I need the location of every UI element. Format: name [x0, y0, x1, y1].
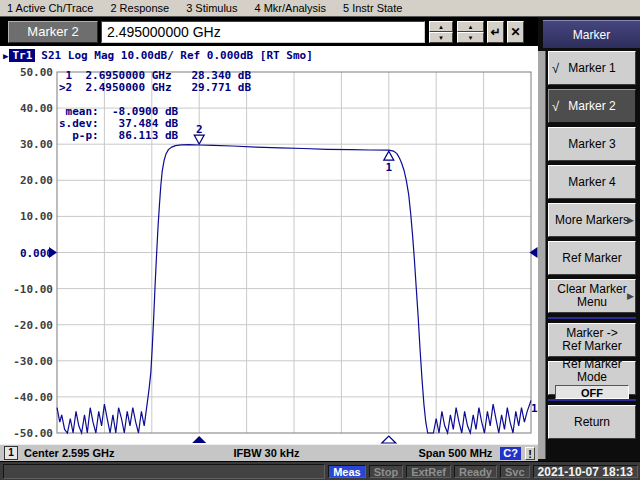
fine-step-spinner[interactable]: ▴ ▾	[429, 21, 453, 43]
softkey-marker-1[interactable]: √Marker 1	[548, 51, 636, 85]
y-axis-label: -30.00	[13, 355, 53, 368]
softkey-return[interactable]: Return	[548, 405, 636, 439]
softkey-ref-marker[interactable]: Ref Marker	[548, 241, 636, 275]
softkey-state-value: OFF	[555, 385, 629, 399]
marker-1-stimulus-indicator[interactable]	[382, 436, 396, 443]
center-frequency-readout: Center 2.595 GHz	[24, 447, 114, 459]
y-axis-label: 0.000	[20, 247, 53, 260]
close-entry-button[interactable]: ✕	[507, 21, 524, 43]
marker-2-stimulus-indicator[interactable]	[192, 436, 206, 443]
spinner-down-icon[interactable]: ▾	[457, 32, 484, 43]
y-axis-label: -10.00	[13, 283, 53, 296]
softkey-separator	[548, 317, 636, 319]
vna-screen: { "menu": {"items": ["1 Active Ch/Trace"…	[0, 0, 640, 480]
softkey-marker-2[interactable]: √Marker 2	[548, 89, 636, 123]
active-trace-arrow-icon: ▶	[3, 51, 8, 61]
y-axis-label: 30.00	[20, 138, 53, 151]
softkey-marker-ref-marker[interactable]: Marker -> Ref Marker	[548, 323, 636, 357]
softkey-clear-marker-menu[interactable]: Clear Marker Menu▶	[548, 279, 636, 313]
y-axis-label: 10.00	[20, 210, 53, 223]
correction-status-badge: C?	[500, 447, 521, 460]
softkey-label: Marker 1	[568, 62, 615, 75]
softkey-marker-3[interactable]: Marker 3	[548, 127, 636, 161]
softkey-sidebar: Marker √Marker 1√Marker 2Marker 3Marker …	[538, 17, 640, 461]
screen-edge-strip	[538, 51, 546, 459]
softkey-label: Clear Marker Menu	[557, 283, 626, 309]
alert-indicator[interactable]: !	[525, 447, 535, 460]
softkey-label: Ref Marker	[562, 252, 621, 265]
y-axis-label: -50.00	[13, 427, 53, 440]
status-seg-extref: ExtRef	[406, 465, 451, 478]
status-message-area	[3, 464, 325, 479]
menu-mkr-analysis[interactable]: 4 Mkr/Analysis	[254, 2, 326, 14]
status-indicators: MeasStopExtRefReadySvc	[328, 465, 532, 478]
softkey-list: √Marker 1√Marker 2Marker 3Marker 4More M…	[548, 51, 636, 443]
softkey-label: Marker -> Ref Marker	[562, 327, 621, 353]
menu-instr-state[interactable]: 5 Instr State	[343, 2, 402, 14]
softkey-label: More Markers	[555, 214, 629, 227]
marker-1-number: 1	[385, 161, 392, 174]
softkey-marker-4[interactable]: Marker 4	[548, 165, 636, 199]
softkey-label: Marker 4	[568, 176, 615, 189]
entry-field-label: Marker 2	[8, 21, 98, 43]
channel-number-badge: 1	[4, 446, 18, 460]
marker-entry-toolbar: Marker 2 2.495000000 GHz ▴ ▾ ▴ ▾ ↵ ✕	[0, 17, 538, 46]
softkey-label: Ref Marker Mode	[549, 358, 635, 384]
trace-end-label: 1	[531, 402, 538, 415]
softkey-label: Marker 3	[568, 138, 615, 151]
trace-format-info: S21 Log Mag 10.00dB/ Ref 0.000dB [RT Smo…	[41, 49, 313, 62]
softkey-more-markers[interactable]: More Markers▶	[548, 203, 636, 237]
menu-active-ch-trace[interactable]: 1 Active Ch/Trace	[7, 2, 93, 14]
status-seg-svc: Svc	[500, 465, 530, 478]
y-axis-label: -40.00	[13, 391, 53, 404]
check-icon: √	[552, 61, 559, 76]
ifbw-readout: IFBW 30 kHz	[233, 447, 299, 459]
y-axis-label: 50.00	[20, 66, 53, 79]
spinner-down-icon[interactable]: ▾	[429, 32, 453, 43]
submenu-arrow-icon: ▶	[627, 215, 634, 225]
enter-button[interactable]: ↵	[487, 21, 504, 43]
menu-bar: 1 Active Ch/Trace 2 Response 3 Stimulus …	[0, 0, 640, 17]
y-axis-label: 20.00	[20, 174, 53, 187]
y-axis-label: 40.00	[20, 102, 53, 115]
softkey-menu-title: Marker	[543, 20, 640, 48]
softkey-label: Marker 2	[568, 100, 615, 113]
spinner-up-icon[interactable]: ▴	[457, 21, 484, 32]
menu-response[interactable]: 2 Response	[110, 2, 169, 14]
measurement-display: 50.0040.0030.0020.0010.000.000-10.00-20.…	[0, 46, 538, 444]
status-seg-stop: Stop	[369, 465, 403, 478]
stimulus-bar: 1 Center 2.595 GHz IFBW 30 kHz Span 500 …	[0, 444, 538, 461]
status-bar: MeasStopExtRefReadySvc 2021-10-07 18:13	[0, 461, 640, 480]
status-clock: 2021-10-07 18:13	[533, 465, 638, 478]
marker-readout-table: 1 2.6950000 GHz 28.340 dB >2 2.4950000 G…	[59, 70, 251, 142]
trace-status-line: ▶ Tr1 S21 Log Mag 10.00dB/ Ref 0.000dB […	[3, 49, 313, 62]
spinner-up-icon[interactable]: ▴	[429, 21, 453, 32]
marker-1-symbol[interactable]	[384, 151, 394, 160]
ref-level-triangle-left	[49, 247, 57, 258]
softkey-label: Return	[574, 416, 610, 429]
coarse-step-spinner[interactable]: ▴ ▾	[457, 21, 484, 43]
check-icon: √	[552, 99, 559, 114]
marker-frequency-input[interactable]: 2.495000000 GHz	[101, 21, 425, 43]
status-seg-ready: Ready	[454, 465, 497, 478]
submenu-arrow-icon: ▶	[627, 291, 634, 301]
menu-stimulus[interactable]: 3 Stimulus	[186, 2, 237, 14]
trace-name-badge[interactable]: Tr1	[9, 49, 35, 62]
softkey-ref-marker-mode[interactable]: Ref Marker ModeOFF	[548, 361, 636, 395]
span-readout: Span 500 MHz	[418, 447, 492, 459]
status-seg-meas: Meas	[328, 465, 366, 478]
y-axis-label: -20.00	[13, 319, 53, 332]
